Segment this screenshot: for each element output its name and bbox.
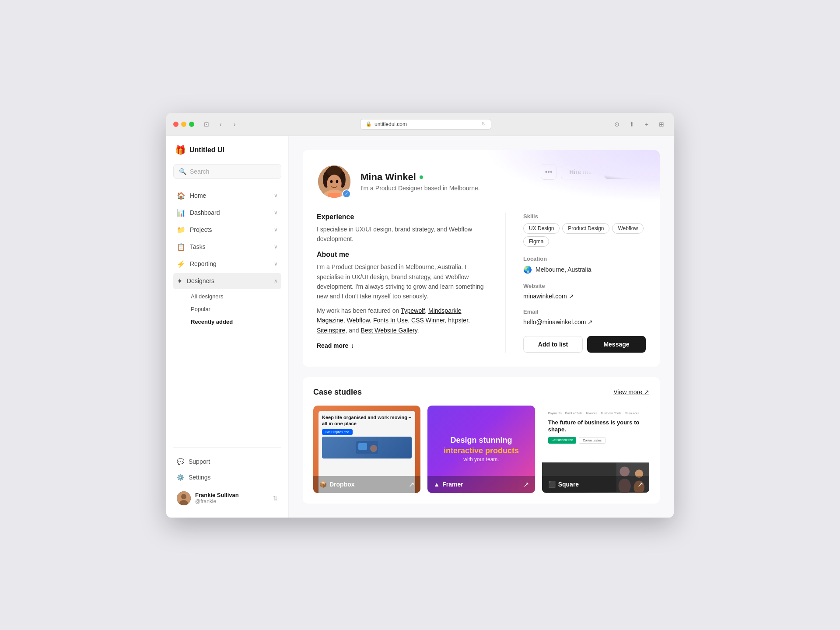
- best-website-gallery-link[interactable]: Best Website Gallery: [360, 327, 417, 334]
- profile-name: Mina Winkel: [360, 172, 416, 183]
- support-icon: 💬: [177, 458, 184, 465]
- australia-flag-icon: 🌏: [523, 266, 532, 274]
- square-nav-item: Point of Sale: [565, 412, 583, 415]
- sidebar-item-tasks[interactable]: 📋 Tasks ∨: [173, 239, 281, 255]
- email-text: hello@minawinkel.com: [523, 318, 586, 326]
- back-icon[interactable]: ‹: [215, 119, 226, 130]
- svg-point-9: [330, 180, 333, 182]
- case-card-dropbox[interactable]: Keep life organised and work moving – al…: [313, 406, 420, 493]
- profile-header: ✓ Mina Winkel I'm a Product Designer bas…: [317, 164, 646, 199]
- message-button[interactable]: Message: [587, 336, 646, 353]
- sidebar-item-label: Projects: [190, 226, 212, 233]
- url-text: untitledui.com: [374, 121, 407, 127]
- tabs-icon[interactable]: ⊞: [656, 119, 667, 130]
- website-text: minawinkel.com: [523, 293, 567, 300]
- profile-card: ✓ Mina Winkel I'm a Product Designer bas…: [303, 150, 660, 367]
- httpster-link[interactable]: httpster: [448, 317, 468, 324]
- sidebar-item-settings[interactable]: ⚙️ Settings: [173, 470, 281, 484]
- email-link[interactable]: hello@minawinkel.com ↗: [523, 318, 646, 326]
- sidebar-item-home[interactable]: 🏠 Home ∨: [173, 188, 281, 204]
- user-handle: @frankie: [195, 498, 239, 504]
- framer-heading-line2: interactive products: [444, 446, 519, 456]
- traffic-lights: [173, 122, 194, 127]
- sidebar-item-reporting[interactable]: ⚡ Reporting ∨: [173, 256, 281, 272]
- skill-webflow: Webflow: [612, 223, 644, 234]
- maximize-button[interactable]: [189, 122, 194, 127]
- webflow-link[interactable]: Webflow: [346, 317, 370, 324]
- sidebar-item-dashboard[interactable]: 📊 Dashboard ∨: [173, 205, 281, 221]
- website-label: Website: [523, 283, 646, 289]
- main-content: ✓ Mina Winkel I'm a Product Designer bas…: [289, 136, 674, 518]
- website-link[interactable]: minawinkel.com ↗: [523, 293, 646, 300]
- fonts-in-use-link[interactable]: Fonts In Use: [373, 317, 408, 324]
- sidebar-toggle-icon[interactable]: ⊡: [201, 119, 212, 130]
- case-studies-section: Case studies View more ↗ Keep life organ…: [303, 377, 660, 504]
- sidebar-item-popular[interactable]: Popular: [187, 303, 281, 315]
- browser-window: ⊡ ‹ › 🔒 untitledui.com ↻ ⊙ ⬆ + ⊞ 🎁 Untit…: [166, 113, 674, 518]
- follow-button[interactable]: + Home Follow: [604, 165, 646, 179]
- experience-title: Experience: [317, 213, 488, 221]
- user-profile-row[interactable]: Frankie Sullivan @frankie ⇅: [173, 488, 281, 509]
- read-more-label: Read more: [317, 342, 348, 349]
- chevron-up-icon: ∧: [274, 278, 278, 284]
- chevron-down-icon: ∨: [274, 192, 278, 199]
- forward-icon[interactable]: ›: [229, 119, 240, 130]
- dropbox-card-footer: 📦 Dropbox ↗: [313, 476, 420, 493]
- square-nav: Payments Point of Sale Invoices Business…: [548, 412, 643, 415]
- extensions-icon[interactable]: ⊙: [612, 119, 622, 130]
- sidebar-item-support[interactable]: 💬 Support: [173, 455, 281, 469]
- add-to-list-button[interactable]: Add to list: [523, 336, 583, 353]
- arrow-down-icon: ↓: [351, 342, 354, 349]
- online-status-dot: [420, 175, 423, 179]
- recently-added-label: Recently added: [191, 318, 233, 325]
- search-box[interactable]: 🔍 Search: [173, 164, 281, 179]
- framer-icon: ▲: [434, 481, 440, 488]
- share-icon[interactable]: ⬆: [626, 119, 637, 130]
- projects-icon: 📁: [177, 226, 186, 234]
- case-studies-grid: Keep life organised and work moving – al…: [313, 406, 649, 493]
- about-text: I'm a Product Designer based in Melbourn…: [317, 262, 488, 301]
- view-more-link[interactable]: View more ↗: [613, 388, 649, 396]
- case-card-framer[interactable]: Design stunning interactive products wit…: [427, 406, 535, 493]
- external-link-icon: ↗: [588, 318, 593, 326]
- framer-brand: ▲ Framer: [434, 481, 463, 488]
- profile-right: Skills UX Design Product Design Webflow …: [523, 213, 646, 353]
- sidebar-item-label: Reporting: [190, 260, 217, 267]
- sidebar-item-recently-added[interactable]: Recently added: [187, 315, 281, 328]
- typewolf-link[interactable]: Typewolf: [401, 307, 425, 314]
- sidebar-item-all-designers[interactable]: All designers: [187, 290, 281, 303]
- siteinspire-link[interactable]: Siteinspire: [317, 327, 345, 334]
- svg-point-1: [181, 494, 186, 499]
- sidebar-item-projects[interactable]: 📁 Projects ∨: [173, 222, 281, 238]
- skill-product-design: Product Design: [562, 223, 609, 234]
- sidebar-item-designers[interactable]: ✦ Designers ∧: [173, 273, 281, 289]
- external-link-icon: ↗: [523, 480, 529, 489]
- browser-toolbar: ⊡ ‹ › 🔒 untitledui.com ↻ ⊙ ⬆ + ⊞: [166, 113, 674, 136]
- framer-card-footer: ▲ Framer ↗: [427, 476, 535, 493]
- refresh-icon[interactable]: ↻: [482, 121, 486, 127]
- css-winner-link[interactable]: CSS Winner: [411, 317, 444, 324]
- url-input[interactable]: 🔒 untitledui.com ↻: [360, 119, 491, 130]
- dropbox-illustration: [354, 439, 380, 456]
- square-nav-item: Resources: [625, 412, 639, 415]
- all-designers-label: All designers: [191, 293, 223, 300]
- dropbox-image: [322, 437, 412, 458]
- verified-badge: ✓: [342, 189, 351, 198]
- dropbox-cta: Get Dropbox free: [322, 429, 353, 435]
- more-options-button[interactable]: •••: [541, 164, 556, 180]
- plus-icon: +: [612, 168, 616, 175]
- svg-rect-14: [358, 443, 367, 450]
- new-tab-icon[interactable]: +: [641, 119, 652, 130]
- square-nav-item: Invoices: [586, 412, 597, 415]
- avatar: [177, 491, 191, 505]
- close-button[interactable]: [173, 122, 178, 127]
- about-title: About me: [317, 251, 488, 259]
- case-studies-title: Case studies: [313, 388, 362, 397]
- case-card-square[interactable]: Payments Point of Sale Invoices Business…: [542, 406, 649, 493]
- address-bar: 🔒 untitledui.com ↻: [245, 119, 606, 130]
- external-link-icon: ↗: [409, 480, 414, 489]
- minimize-button[interactable]: [181, 122, 186, 127]
- sort-icon: ⇅: [273, 495, 278, 502]
- hire-me-button[interactable]: Hire me: [561, 164, 600, 179]
- read-more-button[interactable]: Read more ↓: [317, 342, 488, 349]
